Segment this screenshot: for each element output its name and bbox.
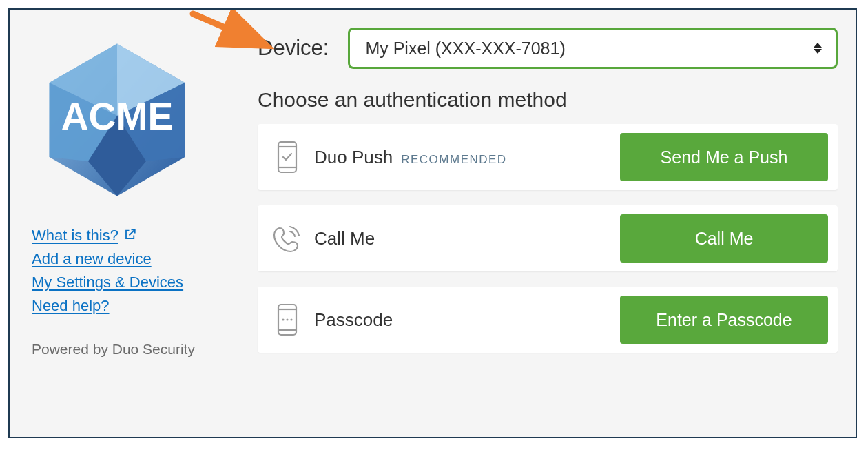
svg-point-14 <box>290 318 292 320</box>
what-is-this-link[interactable]: What is this? <box>32 227 183 245</box>
powered-by-text: Powered by Duo Security <box>32 341 195 358</box>
svg-point-12 <box>282 318 284 320</box>
link-label: What is this? <box>32 227 118 245</box>
method-list: Duo Push RECOMMENDED Send Me a Push Call… <box>258 124 838 353</box>
method-title-text: Duo Push <box>314 147 393 168</box>
settings-devices-link[interactable]: My Settings & Devices <box>32 274 183 291</box>
method-title-text: Call Me <box>314 228 375 249</box>
passcode-device-icon <box>270 303 304 336</box>
device-select[interactable]: My Pixel (XXX-XXX-7081) <box>348 28 838 69</box>
choose-method-heading: Choose an authentication method <box>258 88 838 112</box>
add-device-link[interactable]: Add a new device <box>32 250 183 268</box>
enter-passcode-button[interactable]: Enter a Passcode <box>620 296 828 344</box>
svg-point-13 <box>286 318 288 320</box>
method-row-call: Call Me Call Me <box>258 205 838 271</box>
push-device-icon <box>270 141 304 174</box>
method-title-call: Call Me <box>314 228 375 249</box>
device-select-value: My Pixel (XXX-XXX-7081) <box>365 39 565 59</box>
device-row: Device: My Pixel (XXX-XXX-7081) <box>258 28 838 69</box>
send-push-button[interactable]: Send Me a Push <box>620 133 828 181</box>
external-link-icon <box>124 227 136 245</box>
main-panel: Device: My Pixel (XXX-XXX-7081) Choose a… <box>241 25 838 423</box>
select-arrows-icon <box>814 43 822 54</box>
recommended-badge: RECOMMENDED <box>401 153 506 167</box>
method-title-text: Passcode <box>314 309 393 331</box>
org-logo: ACME <box>28 30 207 209</box>
method-row-passcode: Passcode Enter a Passcode <box>258 287 838 353</box>
need-help-link[interactable]: Need help? <box>32 297 183 315</box>
sidebar-links: What is this? Add a new device My Settin… <box>32 227 183 315</box>
method-title-push: Duo Push RECOMMENDED <box>314 147 507 168</box>
call-me-button[interactable]: Call Me <box>620 214 828 263</box>
logo-text: ACME <box>61 95 174 138</box>
auth-prompt-frame: ACME What is this? Add a new device My S… <box>8 8 857 438</box>
sidebar: ACME What is this? Add a new device My S… <box>28 25 241 423</box>
method-row-push: Duo Push RECOMMENDED Send Me a Push <box>258 124 838 190</box>
method-title-passcode: Passcode <box>314 309 393 331</box>
device-label: Device: <box>258 36 329 61</box>
call-phone-icon <box>270 223 304 254</box>
